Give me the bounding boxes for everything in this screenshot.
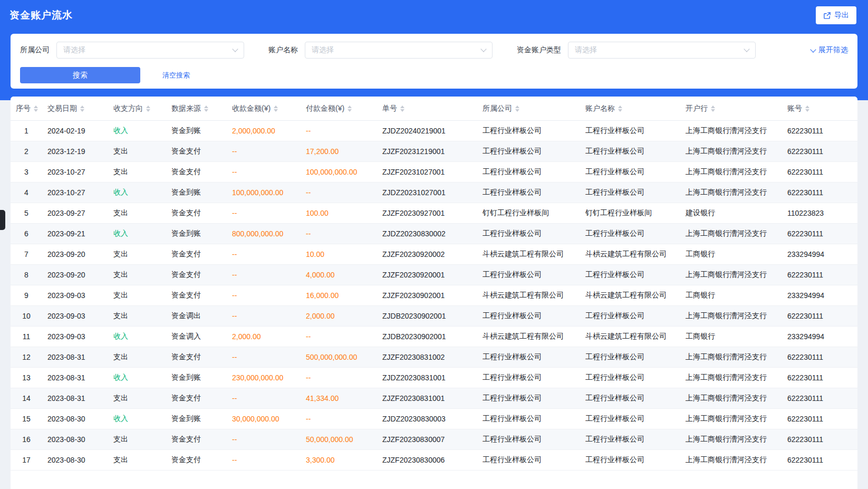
column-header[interactable]: 开户行 bbox=[680, 97, 782, 121]
column-header[interactable]: 账户名称 bbox=[580, 97, 680, 121]
expand-filters-link[interactable]: 展开筛选 bbox=[811, 45, 848, 55]
cell-account-name: 工程行业样板公司 bbox=[580, 347, 680, 368]
search-button[interactable]: 搜索 bbox=[20, 67, 140, 83]
column-header[interactable]: 序号 bbox=[11, 97, 42, 121]
column-header[interactable]: 单号 bbox=[377, 97, 477, 121]
sort-icon[interactable] bbox=[274, 106, 278, 112]
cell-direction: 支出 bbox=[108, 203, 166, 224]
column-header[interactable]: 收支方向 bbox=[108, 97, 166, 121]
cell-account-no: 622230111 bbox=[782, 162, 857, 183]
table-row[interactable]: 22023-12-19支出资金支付--17,200.00ZJZF20231219… bbox=[11, 141, 857, 162]
company-label: 所属公司 bbox=[20, 45, 50, 55]
cell-source: 资金支付 bbox=[166, 265, 227, 285]
sort-icon[interactable] bbox=[515, 106, 519, 112]
filter-actions-row: 搜索 清空搜索 bbox=[20, 67, 848, 83]
cell-account-no: 110223823 bbox=[782, 203, 857, 224]
cell-direction: 支出 bbox=[108, 450, 166, 471]
table-row[interactable]: 142023-08-31支出资金支付--41,334.00ZJZF2023083… bbox=[11, 388, 857, 409]
cell-account-name: 斗栱云建筑工程有限公司 bbox=[580, 327, 680, 347]
chevron-down-icon bbox=[480, 46, 486, 52]
cell-date: 2023-09-21 bbox=[42, 224, 108, 244]
table-body: 12024-02-19收入资金到账2,000,000.00--ZJDZ20240… bbox=[11, 121, 857, 471]
table-row[interactable]: 52023-09-27支出资金支付--100.00ZJZF20230927001… bbox=[11, 203, 857, 224]
company-select[interactable]: 请选择 bbox=[56, 42, 244, 59]
drawer-handle[interactable] bbox=[0, 210, 5, 230]
column-header[interactable]: 收款金额(¥) bbox=[227, 97, 301, 121]
cell-bank: 上海工商银行漕河泾支行 bbox=[680, 409, 782, 429]
cell-account-no: 622230111 bbox=[782, 306, 857, 327]
sort-icon[interactable] bbox=[348, 106, 352, 112]
cell-payment: 500,000,000.00 bbox=[301, 347, 377, 368]
sort-icon[interactable] bbox=[204, 106, 208, 112]
sort-icon[interactable] bbox=[805, 106, 809, 112]
table-row[interactable]: 32023-10-27支出资金支付--100,000,000.00ZJZF202… bbox=[11, 162, 857, 183]
column-header[interactable]: 账号 bbox=[782, 97, 857, 121]
cell-direction: 收入 bbox=[108, 368, 166, 388]
cell-payment: 2,000.00 bbox=[301, 306, 377, 327]
table-row[interactable]: 152023-08-30收入资金到账30,000,000.00--ZJDZ202… bbox=[11, 409, 857, 429]
cell-direction: 收入 bbox=[108, 224, 166, 244]
cell-source: 资金到账 bbox=[166, 121, 227, 141]
cell-source: 资金支付 bbox=[166, 285, 227, 306]
cell-payment: 100,000,000.00 bbox=[301, 162, 377, 183]
table-row[interactable]: 62023-09-21收入资金到账800,000,000.00--ZJDZ202… bbox=[11, 224, 857, 244]
cell-receipt: -- bbox=[227, 265, 301, 285]
cell-payment: 50,000,000.00 bbox=[301, 429, 377, 450]
sort-icon[interactable] bbox=[34, 106, 38, 112]
filter-row: 所属公司 请选择 账户名称 请选择 资金账户类型 请选择 展开筛选 bbox=[20, 42, 848, 59]
export-button[interactable]: 导出 bbox=[816, 6, 856, 24]
column-label: 账户名称 bbox=[585, 104, 615, 112]
cell-order-no: ZJDZ20231027001 bbox=[377, 183, 477, 203]
cell-receipt: 2,000,000.00 bbox=[227, 121, 301, 141]
cell-bank: 上海工商银行漕河泾支行 bbox=[680, 347, 782, 368]
cell-no: 5 bbox=[11, 203, 42, 224]
cell-company: 工程行业样板公司 bbox=[477, 347, 580, 368]
sort-icon[interactable] bbox=[618, 106, 622, 112]
column-label: 所属公司 bbox=[483, 104, 512, 112]
table-row[interactable]: 112023-09-03收入资金调入2,000.00--ZJDB20230902… bbox=[11, 327, 857, 347]
column-header[interactable]: 交易日期 bbox=[42, 97, 108, 121]
cell-date: 2023-09-03 bbox=[42, 285, 108, 306]
clear-search-link[interactable]: 清空搜索 bbox=[162, 71, 190, 80]
account-name-select[interactable]: 请选择 bbox=[305, 42, 493, 59]
column-header[interactable]: 所属公司 bbox=[477, 97, 580, 121]
cell-company: 工程行业样板公司 bbox=[477, 265, 580, 285]
table-header-row: 序号交易日期收支方向数据来源收款金额(¥)付款金额(¥)单号所属公司账户名称开户… bbox=[11, 97, 857, 121]
cell-no: 1 bbox=[11, 121, 42, 141]
sort-icon[interactable] bbox=[80, 106, 84, 112]
cell-account-name: 工程行业样板公司 bbox=[580, 265, 680, 285]
cell-source: 资金到账 bbox=[166, 409, 227, 429]
cell-company: 斗栱云建筑工程有限公司 bbox=[477, 244, 580, 265]
table-row[interactable]: 12024-02-19收入资金到账2,000,000.00--ZJDZ20240… bbox=[11, 121, 857, 141]
cell-payment: -- bbox=[301, 327, 377, 347]
cell-account-no: 622230111 bbox=[782, 368, 857, 388]
cell-company: 斗栱云建筑工程有限公司 bbox=[477, 285, 580, 306]
cell-source: 资金支付 bbox=[166, 347, 227, 368]
cell-receipt: -- bbox=[227, 347, 301, 368]
sort-icon[interactable] bbox=[400, 106, 404, 112]
column-header[interactable]: 付款金额(¥) bbox=[301, 97, 377, 121]
cell-order-no: ZJZF20231027001 bbox=[377, 162, 477, 183]
cell-company: 钉钉工程行业样板间 bbox=[477, 203, 580, 224]
cell-receipt: -- bbox=[227, 450, 301, 471]
table-row[interactable]: 102023-09-03支出资金调出--2,000.00ZJDB20230902… bbox=[11, 306, 857, 327]
cell-account-name: 工程行业样板公司 bbox=[580, 141, 680, 162]
table-row[interactable]: 82023-09-20支出资金支付--4,000.00ZJZF202309200… bbox=[11, 265, 857, 285]
sort-icon[interactable] bbox=[711, 106, 715, 112]
column-header[interactable]: 数据来源 bbox=[166, 97, 227, 121]
fund-account-type-select[interactable]: 请选择 bbox=[568, 42, 756, 59]
sort-icon[interactable] bbox=[146, 106, 150, 112]
cell-no: 11 bbox=[11, 327, 42, 347]
table-row[interactable]: 172023-08-30支出资金支付--3,300.00ZJZF20230830… bbox=[11, 450, 857, 471]
table-row[interactable]: 122023-08-31支出资金支付--500,000,000.00ZJZF20… bbox=[11, 347, 857, 368]
table-row[interactable]: 42023-10-27收入资金到账100,000,000.00--ZJDZ202… bbox=[11, 183, 857, 203]
cell-receipt: -- bbox=[227, 285, 301, 306]
cell-account-no: 622230111 bbox=[782, 224, 857, 244]
cell-no: 16 bbox=[11, 429, 42, 450]
table-row[interactable]: 72023-09-20支出资金支付--10.00ZJZF20230920002斗… bbox=[11, 244, 857, 265]
table-row[interactable]: 162023-08-30支出资金支付--50,000,000.00ZJZF202… bbox=[11, 429, 857, 450]
table-row[interactable]: 132023-08-31收入资金到账230,000,000.00--ZJDZ20… bbox=[11, 368, 857, 388]
table-row[interactable]: 92023-09-03支出资金支付--16,000.00ZJZF20230902… bbox=[11, 285, 857, 306]
cell-source: 资金支付 bbox=[166, 162, 227, 183]
cell-account-no: 233294994 bbox=[782, 285, 857, 306]
